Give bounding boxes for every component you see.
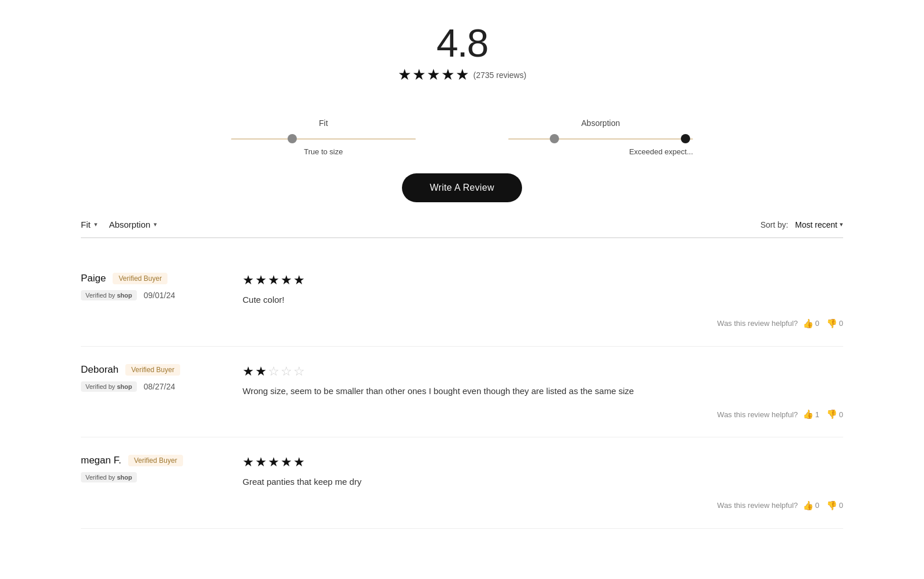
thumbs-down-icon-paige: 👎 [826, 318, 837, 329]
reviewer-name-row-deborah: Deborah Verified Buyer [81, 364, 243, 376]
thumbs-up-icon-paige: 👍 [803, 318, 814, 329]
thumbs-down-count-paige: 0 [839, 319, 843, 328]
empty-stars-deborah: ☆☆☆ [268, 364, 306, 378]
absorption-slider-dot-right [681, 134, 690, 143]
sort-dropdown[interactable]: Sort by: Most recent ▾ [761, 220, 843, 229]
verified-badge-deborah: Verified Buyer [125, 364, 180, 376]
review-stars-paige: ★★★★★ [243, 273, 843, 288]
table-row: Deborah Verified Buyer Verified by shop … [81, 347, 843, 438]
review-content-deborah: ★★☆☆☆ Wrong size, seem to be smaller tha… [243, 364, 843, 420]
thumbs-down-megan[interactable]: 👎 0 [826, 500, 843, 511]
thumbs-up-megan[interactable]: 👍 0 [803, 500, 819, 511]
filter-left: Fit ▾ Absorption ▾ [81, 220, 157, 229]
review-list: Paige Verified Buyer Verified by shop 09… [81, 255, 843, 529]
helpful-thumbs-megan: 👍 0 👎 0 [803, 500, 843, 511]
verified-shop-paige: Verified by shop [81, 290, 137, 300]
absorption-slider-track [508, 138, 693, 140]
reviewer-name-row-paige: Paige Verified Buyer [81, 273, 243, 284]
write-review-section: Write A Review [81, 173, 843, 202]
filled-stars-deborah: ★★ [243, 364, 268, 378]
absorption-filter-label: Absorption [109, 220, 151, 229]
table-row: megan F. Verified Buyer Verified by shop… [81, 437, 843, 529]
absorption-slider-track-container [508, 133, 693, 144]
sort-chevron: ▾ [840, 221, 843, 228]
helpful-question-deborah: Was this review helpful? [717, 410, 798, 419]
reviewer-info-deborah: Deborah Verified Buyer Verified by shop … [81, 364, 243, 420]
absorption-slider-group: (2735 reviews) Absorption Exceeded expec… [508, 118, 693, 156]
review-date-deborah: 08/27/24 [144, 382, 176, 391]
absorption-slider-dot-left [550, 134, 559, 143]
verified-badge-paige: Verified Buyer [113, 273, 167, 284]
verified-shop-row-paige: Verified by shop 09/01/24 [81, 290, 243, 300]
filter-bar: Fit ▾ Absorption ▾ Sort by: Most recent … [81, 220, 843, 238]
review-text-paige: Cute color! [243, 294, 647, 307]
review-text-megan: Great panties that keep me dry [243, 476, 647, 489]
thumbs-up-deborah[interactable]: 👍 1 [803, 409, 819, 420]
helpful-question-megan: Was this review helpful? [717, 501, 798, 510]
fit-slider-track [231, 138, 416, 140]
rating-summary: 4.8 ★★★★★ (2735 reviews) [81, 12, 843, 101]
thumbs-up-icon-deborah: 👍 [803, 409, 814, 420]
thumbs-up-count-megan: 0 [815, 501, 819, 510]
fit-slider-dot [288, 134, 297, 143]
verified-shop-deborah: Verified by shop [81, 381, 137, 392]
thumbs-up-count-deborah: 1 [815, 410, 819, 419]
thumbs-down-count-deborah: 0 [839, 410, 843, 419]
verified-shop-row-deborah: Verified by shop 08/27/24 [81, 381, 243, 392]
review-stars-deborah: ★★☆☆☆ [243, 364, 843, 379]
fit-slider-value: True to size [304, 147, 342, 156]
rating-score: 4.8 [81, 23, 843, 62]
absorption-label-display: Absorption [582, 118, 620, 128]
fit-filter-dropdown[interactable]: Fit ▾ [81, 220, 98, 229]
sort-label: Sort by: [761, 220, 788, 229]
absorption-filter-dropdown[interactable]: Absorption ▾ [109, 220, 158, 229]
verified-shop-row-megan: Verified by shop [81, 472, 243, 482]
fit-slider-group: Fit True to size [231, 118, 416, 156]
stars-row: ★★★★★ (2735 reviews) [81, 66, 843, 84]
sliders-row: Fit True to size (2735 reviews) Absorpti… [81, 118, 843, 156]
fit-slider-label: Fit [319, 118, 328, 128]
thumbs-up-count-paige: 0 [815, 319, 819, 328]
verified-badge-megan: Verified Buyer [128, 455, 183, 466]
review-count: (2735 reviews) [474, 70, 527, 80]
review-helpful-paige: Was this review helpful? 👍 0 👎 0 [243, 318, 843, 329]
thumbs-down-icon-deborah: 👎 [826, 409, 837, 420]
reviewer-name-deborah: Deborah [81, 364, 118, 376]
review-helpful-deborah: Was this review helpful? 👍 1 👎 0 [243, 409, 843, 420]
helpful-question-paige: Was this review helpful? [717, 319, 798, 328]
reviewer-info-megan: megan F. Verified Buyer Verified by shop [81, 455, 243, 511]
thumbs-up-icon-megan: 👍 [803, 500, 814, 511]
thumbs-down-count-megan: 0 [839, 501, 843, 510]
sort-value: Most recent [795, 220, 837, 229]
write-review-button[interactable]: Write A Review [402, 173, 522, 202]
review-date-paige: 09/01/24 [144, 291, 176, 300]
thumbs-up-paige[interactable]: 👍 0 [803, 318, 819, 329]
reviewer-name-row-megan: megan F. Verified Buyer [81, 455, 243, 466]
verified-shop-megan: Verified by shop [81, 472, 137, 482]
rating-stars: ★★★★★ [398, 66, 470, 84]
table-row: Paige Verified Buyer Verified by shop 09… [81, 255, 843, 347]
page-wrapper: 4.8 ★★★★★ (2735 reviews) Fit True to siz… [58, 0, 866, 552]
absorption-filter-chevron: ▾ [154, 221, 157, 228]
fit-slider-track-container [231, 133, 416, 144]
thumbs-down-icon-megan: 👎 [826, 500, 837, 511]
reviewer-info-paige: Paige Verified Buyer Verified by shop 09… [81, 273, 243, 329]
review-text-deborah: Wrong size, seem to be smaller than othe… [243, 385, 647, 398]
review-stars-megan: ★★★★★ [243, 455, 843, 470]
fit-filter-label: Fit [81, 220, 91, 229]
absorption-slider-value: Exceeded expect... [629, 147, 693, 156]
review-content-paige: ★★★★★ Cute color! Was this review helpfu… [243, 273, 843, 329]
review-content-megan: ★★★★★ Great panties that keep me dry Was… [243, 455, 843, 511]
thumbs-down-deborah[interactable]: 👎 0 [826, 409, 843, 420]
fit-filter-chevron: ▾ [94, 221, 98, 228]
thumbs-down-paige[interactable]: 👎 0 [826, 318, 843, 329]
helpful-thumbs-deborah: 👍 1 👎 0 [803, 409, 843, 420]
helpful-thumbs-paige: 👍 0 👎 0 [803, 318, 843, 329]
reviewer-name-paige: Paige [81, 273, 106, 284]
reviewer-name-megan: megan F. [81, 455, 121, 466]
review-helpful-megan: Was this review helpful? 👍 0 👎 0 [243, 500, 843, 511]
